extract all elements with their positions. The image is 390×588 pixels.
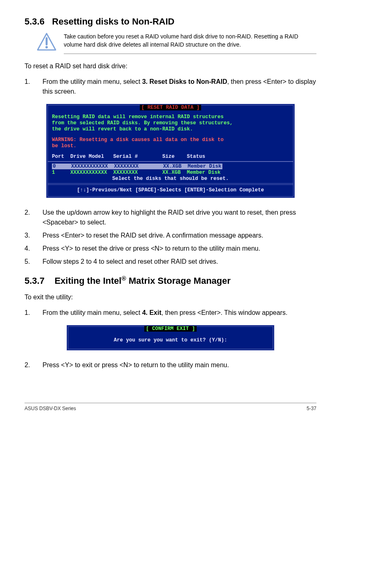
registered-mark: ® xyxy=(121,275,126,282)
section-title-part: Matrix Storage Manager xyxy=(126,276,231,286)
step-1: 1. From the utility main menu, select 3.… xyxy=(25,77,316,97)
step-5: 5. Follow steps 2 to 4 to select and res… xyxy=(25,257,316,267)
section-num: 5.3.6 xyxy=(25,16,45,27)
step-text: Follow steps 2 to 4 to select and reset … xyxy=(43,257,316,267)
step-text: Use the up/down arrow key to highlight t… xyxy=(43,208,316,227)
section-num: 5.3.7 xyxy=(25,276,45,286)
section-heading-1: 5.3.6 Resetting disks to Non-RAID xyxy=(25,16,316,27)
intro-text: To exit the utility: xyxy=(25,292,316,302)
confirm-exit-terminal: [ CONFIRM EXIT ] Are you sure you want t… xyxy=(67,325,274,350)
step-text: Press <Y> to reset the drive or press <N… xyxy=(43,244,316,254)
terminal-select-hint: Select the disks that should be reset. xyxy=(52,176,289,182)
step-text: From the utility main menu, select 4. Ex… xyxy=(43,308,316,318)
terminal-footer: [↑↓]-Previous/Next [SPACE]-Selects [ENTE… xyxy=(52,186,289,195)
step-number: 1. xyxy=(25,308,33,318)
page-footer: ASUS DSBV-DX Series 5-37 xyxy=(25,403,316,411)
step-number: 5. xyxy=(25,257,33,267)
step-4: 4. Press <Y> to reset the drive or press… xyxy=(25,244,316,254)
terminal-warning: WARNING: Resetting a disk causes all dat… xyxy=(52,137,289,143)
step-number: 3. xyxy=(25,231,33,240)
footer-right: 5-37 xyxy=(307,406,316,411)
terminal-title: [ RESET RAID DATA ] xyxy=(140,105,202,110)
svg-point-2 xyxy=(45,46,48,49)
step-1: 1. From the utility main menu, select 4.… xyxy=(25,308,316,318)
step-3: 3. Press <Enter> to reset the RAID set d… xyxy=(25,231,316,240)
section-heading-2: 5.3.7 Exiting the Intel® Matrix Storage … xyxy=(25,275,316,286)
terminal-msg: the drive will revert back to a non-RAID… xyxy=(52,126,289,132)
step-text: Press <Enter> to reset the RAID set driv… xyxy=(43,231,316,240)
step-2: 2. Press <Y> to exit or press <N> to ret… xyxy=(25,360,316,370)
terminal-disk-row: 0 XXXXXXXXXXXX XXXXXXXX XX.XGB Member Di… xyxy=(52,164,289,169)
step-text: From the utility main menu, select 3. Re… xyxy=(43,77,316,97)
step-number: 2. xyxy=(25,208,33,227)
terminal-msg: from the selected RAID disks. By removin… xyxy=(52,120,289,126)
step-2: 2. Use the up/down arrow key to highligh… xyxy=(25,208,316,227)
terminal-msg: Resetting RAID data will remove internal… xyxy=(52,114,289,120)
section-title-part: Exiting the Intel xyxy=(54,276,121,286)
step-number: 4. xyxy=(25,244,33,254)
caution-icon xyxy=(37,33,56,52)
step-number: 2. xyxy=(25,360,33,370)
intro-text: To reset a RAID set hard disk drive: xyxy=(25,61,316,71)
step-number: 1. xyxy=(25,77,33,97)
footer-left: ASUS DSBV-DX Series xyxy=(25,406,76,411)
terminal-disk-row: 1 XXXXXXXXXXXX XXXXXXXX XX.XGB Member Di… xyxy=(52,170,289,175)
terminal-msg: Are you sure you want to exit? (Y/N): xyxy=(68,332,273,349)
step-text: Press <Y> to exit or press <N> to return… xyxy=(43,360,316,370)
section-title: Resetting disks to Non-RAID xyxy=(52,16,174,27)
caution-note: Take caution before you reset a RAID vol… xyxy=(64,33,316,54)
terminal-header-row: Port Drive Model Serial # Size Status xyxy=(52,154,289,159)
terminal-warning: be lost. xyxy=(52,143,289,149)
terminal-title: [ CONFIRM EXIT ] xyxy=(144,326,197,332)
reset-raid-terminal: [ RESET RAID DATA ] Resetting RAID data … xyxy=(46,104,295,198)
